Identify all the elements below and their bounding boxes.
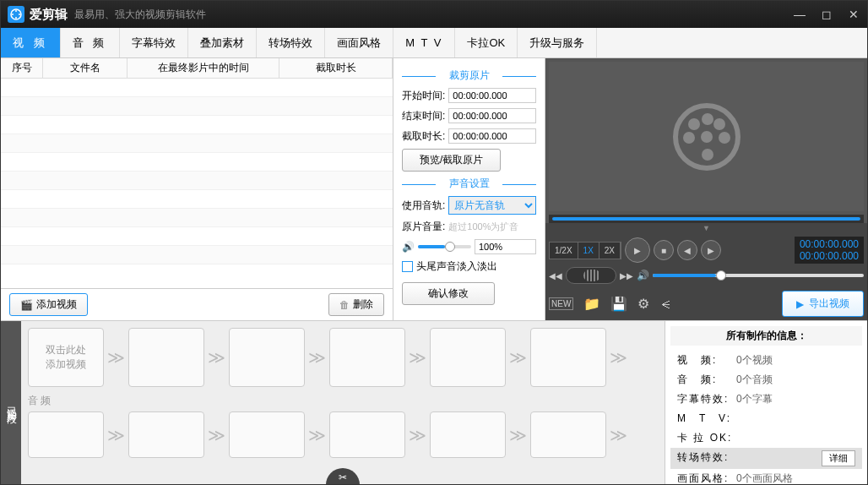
- info-row: 画面风格:0个画面风格: [670, 469, 862, 485]
- fade-checkbox[interactable]: [402, 261, 413, 272]
- tab-video[interactable]: 视 频: [1, 28, 61, 57]
- prev-frame-button[interactable]: ◀: [677, 240, 697, 260]
- detail-button[interactable]: 详细: [822, 450, 855, 466]
- app-title: 爱剪辑: [30, 7, 68, 23]
- audio-slot[interactable]: [329, 411, 405, 458]
- audio-slot[interactable]: [28, 411, 104, 458]
- col-index: 序号: [1, 58, 43, 78]
- forward-button[interactable]: ▶▶: [620, 271, 633, 281]
- info-row: 视 频:0个视频: [670, 351, 862, 370]
- volume-value[interactable]: [475, 239, 536, 254]
- svg-point-3: [15, 17, 17, 19]
- app-subtitle: 最易用、强大的视频剪辑软件: [74, 8, 206, 22]
- timeline-vtab[interactable]: 已添加片段: [1, 321, 21, 485]
- audio-track-label: 音 频: [28, 394, 658, 408]
- next-frame-button[interactable]: ▶: [701, 240, 721, 260]
- clip-slot[interactable]: [329, 328, 405, 387]
- delete-button[interactable]: 🗑 删除: [328, 293, 384, 316]
- volume-icon-2: 🔊: [637, 270, 649, 281]
- speed-half[interactable]: 1/2X: [550, 243, 578, 259]
- col-time: 在最终影片中的时间: [127, 58, 279, 78]
- app-logo-icon: [8, 6, 24, 23]
- speed-selector: 1/2X 1X 2X: [549, 242, 621, 259]
- titlebar: 爱剪辑 最易用、强大的视频剪辑软件 — ◻ ✕: [1, 1, 867, 28]
- info-row: 音 频:0个音频: [670, 370, 862, 390]
- save-icon[interactable]: 💾: [610, 296, 627, 312]
- rewind-button[interactable]: ◀◀: [549, 271, 562, 281]
- audio-title: 声音设置: [402, 177, 536, 191]
- timeline-area: 双击此处 添加视频 ≫ ≫ ≫ ≫ ≫ ≫ 音 频 ≫ ≫ ≫ ≫ ≫ ≫ ✂: [21, 321, 665, 485]
- clip-list-panel: 序号 文件名 在最终影片中的时间 截取时长 🎬 添加视频 🗑 删除: [1, 58, 393, 320]
- arrow-icon: ≫: [107, 347, 125, 368]
- close-button[interactable]: ✕: [847, 8, 860, 21]
- add-video-button[interactable]: 🎬 添加视频: [9, 293, 88, 316]
- share-icon[interactable]: ⪪: [659, 297, 673, 312]
- tab-mtv[interactable]: M T V: [393, 28, 455, 57]
- info-panel: 所有制作的信息： 视 频:0个视频音 频:0个音频字幕特效:0个字幕M T V:…: [665, 321, 867, 485]
- preview-panel: ▼ 1/2X 1X 2X ▶ ■ ◀ ▶ 00:00:00.000 00:00:…: [545, 58, 867, 320]
- audio-track-select[interactable]: 原片无音轨: [448, 196, 536, 215]
- clip-slot[interactable]: [229, 328, 305, 387]
- export-icon: ▶: [796, 298, 804, 310]
- confirm-button[interactable]: 确认修改: [402, 282, 495, 305]
- clip-table-body[interactable]: [1, 79, 393, 288]
- crop-title: 裁剪原片: [402, 68, 536, 83]
- speed-2x[interactable]: 2X: [599, 243, 621, 259]
- clip-slot[interactable]: [128, 328, 204, 387]
- tab-karaoke[interactable]: 卡拉OK: [455, 28, 518, 57]
- scissors-button[interactable]: ✂: [326, 468, 360, 485]
- col-duration: 截取时长: [279, 58, 393, 78]
- crop-panel: 裁剪原片 开始时间: 结束时间: 截取时长: 预览/截取原片 声音设置 使用音轨…: [393, 58, 545, 320]
- jog-wheel[interactable]: [566, 267, 616, 284]
- reel-icon: [673, 103, 741, 171]
- audio-slot[interactable]: [229, 411, 305, 458]
- export-button[interactable]: ▶ 导出视频: [782, 291, 864, 317]
- volume-slider[interactable]: [418, 245, 471, 248]
- preview-crop-button[interactable]: 预览/截取原片: [402, 149, 501, 172]
- play-button[interactable]: ▶: [625, 237, 650, 263]
- info-row: 卡 拉 OK:: [670, 428, 862, 448]
- trash-icon: 🗑: [339, 299, 350, 311]
- clip-slot[interactable]: [430, 328, 506, 387]
- svg-point-2: [19, 14, 20, 15]
- tab-transition[interactable]: 转场特效: [257, 28, 325, 57]
- preview-volume-slider[interactable]: [653, 274, 864, 277]
- open-icon[interactable]: 📁: [583, 296, 600, 312]
- audio-slot[interactable]: [530, 411, 606, 458]
- clip-slot[interactable]: [530, 328, 606, 387]
- maximize-button[interactable]: ◻: [820, 8, 833, 21]
- minimize-button[interactable]: —: [793, 8, 806, 21]
- svg-point-1: [15, 10, 17, 12]
- audio-slot[interactable]: [430, 411, 506, 458]
- tab-audio[interactable]: 音 频: [61, 28, 121, 57]
- col-filename: 文件名: [43, 58, 127, 78]
- info-title: 所有制作的信息：: [670, 326, 862, 346]
- tab-style[interactable]: 画面风格: [325, 28, 393, 57]
- info-row: 转场特效:详细: [670, 448, 862, 469]
- duration-input[interactable]: [448, 128, 536, 144]
- new-icon[interactable]: NEW: [549, 297, 573, 310]
- timecode-display: 00:00:00.000 00:00:00.000: [795, 237, 864, 264]
- info-row: M T V:: [670, 409, 862, 428]
- audio-slot[interactable]: [128, 411, 204, 458]
- end-time-input[interactable]: [448, 108, 536, 123]
- speed-1x[interactable]: 1X: [578, 243, 599, 259]
- svg-point-4: [12, 14, 14, 15]
- tab-subtitle[interactable]: 字幕特效: [120, 28, 188, 57]
- settings-icon[interactable]: ⚙: [637, 296, 649, 312]
- main-tabs: 视 频 音 频 字幕特效 叠加素材 转场特效 画面风格 M T V 卡拉OK 升…: [1, 28, 867, 58]
- volume-icon: 🔊: [402, 241, 415, 253]
- info-row: 字幕特效:0个字幕: [670, 390, 862, 409]
- video-preview[interactable]: [549, 62, 864, 211]
- film-icon: 🎬: [20, 299, 33, 311]
- stop-button[interactable]: ■: [654, 240, 674, 260]
- start-time-input[interactable]: [448, 88, 536, 103]
- tab-upgrade[interactable]: 升级与服务: [518, 28, 597, 57]
- progress-bar[interactable]: [549, 215, 864, 223]
- tab-overlay[interactable]: 叠加素材: [188, 28, 257, 57]
- chevron-down-icon[interactable]: ▼: [545, 223, 867, 233]
- add-clip-placeholder[interactable]: 双击此处 添加视频: [28, 328, 104, 387]
